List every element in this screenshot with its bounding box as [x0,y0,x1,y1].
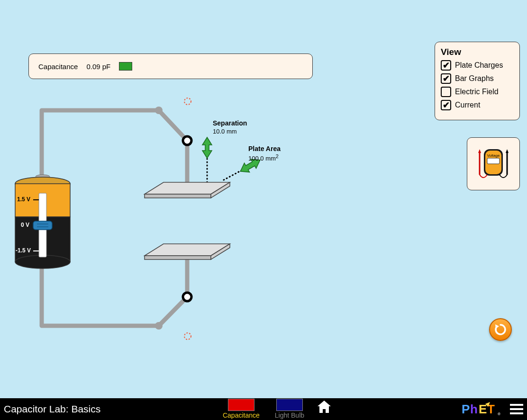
option-plate-charges: Plate Charges [455,61,503,70]
tab-lightbulb-thumb [276,399,303,411]
checkbox-electric-field[interactable] [441,87,451,97]
tab-capacitance[interactable]: Capacitance [223,399,260,420]
tab-capacitance-thumb [228,399,254,411]
separation-label: Separation [213,119,247,127]
home-button[interactable] [316,399,333,418]
home-icon [316,399,333,416]
svg-marker-31 [495,324,499,329]
plate-area-value: 100.0 mm2 [248,153,279,162]
battery-tick-mid: 0 V [21,222,29,228]
battery-tick-top: 1.5 V [17,196,30,203]
svg-text:h: h [470,402,478,416]
svg-marker-3 [145,194,211,198]
svg-marker-28 [478,149,481,153]
switch-target-top[interactable] [184,98,191,105]
separation-value: 10.0 mm [213,128,237,135]
svg-text:Voltage: Voltage [487,153,500,158]
option-electric-field: Electric Field [455,88,499,96]
checkbox-bar-graphs[interactable] [441,73,451,84]
capacitance-label: Capacitance [38,63,78,71]
voltmeter-icon: Voltage [473,143,514,184]
switch-hinge-bottom[interactable] [183,293,191,301]
battery-voltage-slider[interactable] [33,221,52,230]
top-plate[interactable] [145,182,230,198]
tab-light-bulb[interactable]: Light Bulb [275,399,304,420]
phet-menu-button[interactable] [510,404,523,414]
navigation-bar: Capacitor Lab: Basics Capacitance Light … [0,398,527,420]
option-bar-graphs: Bar Graphs [455,74,494,83]
reset-all-button[interactable] [489,318,512,341]
plate-area-label: Plate Area [248,145,281,152]
svg-marker-30 [506,149,509,153]
svg-rect-26 [487,158,500,164]
separation-handle[interactable] [202,137,212,158]
svg-text:P: P [462,402,470,416]
svg-marker-6 [145,256,211,259]
sim-title: Capacitor Lab: Basics [4,403,100,415]
wire-node-bottom [155,322,163,330]
battery-tick-bot: -1.5 V [16,247,31,254]
guide-dots [207,145,248,185]
svg-text:®: ® [498,412,500,416]
reset-icon [494,323,507,336]
svg-marker-8 [202,137,212,158]
capacitance-readout: Capacitance 0.09 pF [28,54,313,79]
option-current: Current [455,101,480,109]
checkbox-current[interactable] [441,100,451,110]
checkbox-plate-charges[interactable] [441,60,451,71]
bottom-plate[interactable] [145,244,230,259]
capacitance-value: 0.09 pF [86,63,110,71]
view-panel: View Plate Charges Bar Graphs Electric F… [435,42,520,120]
voltmeter-tool[interactable]: Voltage [467,137,520,190]
switch-target-bottom[interactable] [184,333,191,340]
battery: 1.5 V 0 V -1.5 V [14,174,71,269]
capacitance-bar-swatch [119,62,132,71]
switch-hinge-top[interactable] [183,136,191,145]
view-title: View [441,47,514,57]
phet-logo[interactable]: P h E T ® [462,401,504,417]
wire-node-top [155,107,163,114]
screen-tabs: Capacitance Light Bulb [223,399,304,420]
